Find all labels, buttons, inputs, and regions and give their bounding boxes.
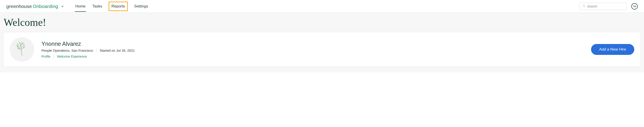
page-title: Welcome! xyxy=(4,16,641,28)
profile-role-location: People Operations, San Francisco xyxy=(42,49,93,52)
profile-link[interactable]: Profile xyxy=(42,55,50,58)
brand-greenhouse: greenhouse xyxy=(6,4,32,9)
profile-meta: People Operations, San Francisco Started… xyxy=(42,49,591,53)
profile-name: Ynonne Alvarez xyxy=(42,41,591,47)
topbar: greenhouse Onboarding Home Tasks Reports… xyxy=(0,0,644,13)
topbar-right: YA xyxy=(579,3,638,10)
welcome-card: Ynonne Alvarez People Operations, San Fr… xyxy=(3,32,641,67)
brand-onboarding: Onboarding xyxy=(33,4,58,9)
nav-settings[interactable]: Settings xyxy=(134,1,148,12)
main-content: Welcome! Ynonne Alvarez People xyxy=(0,13,644,72)
profile-links: Profile Welcome Experience xyxy=(42,54,591,59)
chevron-down-icon xyxy=(61,5,64,8)
plant-icon xyxy=(13,40,31,59)
profile-start-date: Started on Jul 26, 2021 xyxy=(100,49,135,52)
user-avatar[interactable]: YA xyxy=(631,3,638,10)
meta-divider xyxy=(96,49,96,53)
profile-info: Ynonne Alvarez People Operations, San Fr… xyxy=(42,41,591,59)
svg-point-0 xyxy=(583,5,584,7)
search-icon xyxy=(582,4,586,8)
add-new-hire-button[interactable]: Add a New Hire xyxy=(591,44,634,55)
nav-reports[interactable]: Reports xyxy=(108,2,128,11)
svg-line-1 xyxy=(584,6,585,7)
search-input[interactable] xyxy=(587,5,624,8)
profile-avatar xyxy=(10,37,34,62)
nav-tasks[interactable]: Tasks xyxy=(92,1,102,12)
nav-home[interactable]: Home xyxy=(75,1,86,12)
main-nav: Home Tasks Reports Settings xyxy=(75,1,149,12)
welcome-experience-link[interactable]: Welcome Experience xyxy=(57,55,87,58)
search-box[interactable] xyxy=(579,3,627,10)
brand-switcher[interactable]: greenhouse Onboarding xyxy=(6,4,64,9)
